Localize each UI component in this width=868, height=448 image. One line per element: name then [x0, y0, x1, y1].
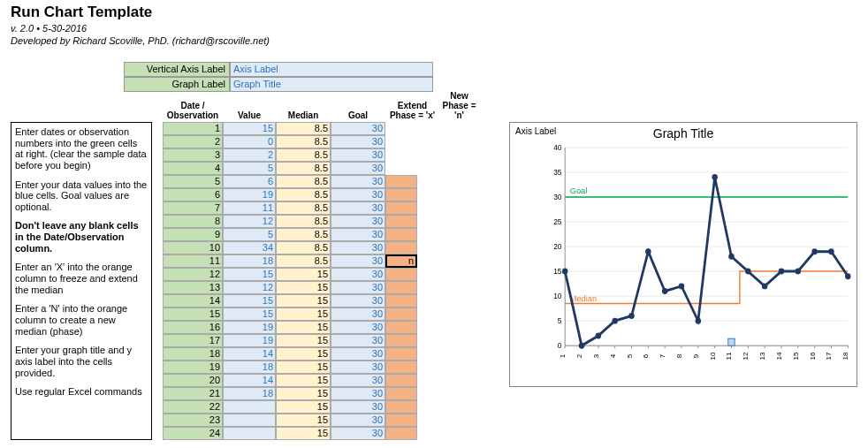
value-cell[interactable]: 14 — [223, 347, 276, 361]
value-cell[interactable]: 15 — [223, 294, 276, 308]
goal-cell[interactable]: 30 — [331, 414, 385, 427]
date-cell[interactable]: 15 — [163, 308, 223, 321]
table-row[interactable]: 7118.530 — [163, 201, 483, 215]
date-cell[interactable]: 12 — [163, 268, 223, 281]
phase-cell[interactable] — [385, 241, 417, 254]
value-cell[interactable]: 18 — [223, 387, 276, 400]
date-cell[interactable]: 11 — [163, 254, 223, 268]
table-row[interactable]: 1158.530 — [163, 122, 483, 135]
goal-cell[interactable]: 30 — [331, 294, 385, 308]
table-row[interactable]: 958.530 — [163, 228, 483, 241]
phase-cell[interactable] — [385, 321, 417, 334]
goal-cell[interactable]: 30 — [331, 175, 385, 188]
table-row[interactable]: 14151530 — [163, 294, 483, 308]
table-row[interactable]: 19181530 — [163, 361, 483, 374]
table-row[interactable]: 8128.530 — [163, 215, 483, 228]
value-cell[interactable]: 18 — [223, 361, 276, 374]
phase-cell[interactable] — [385, 215, 417, 228]
table-row[interactable]: 208.530 — [163, 135, 483, 148]
phase-cell[interactable] — [385, 201, 417, 215]
goal-cell[interactable]: 30 — [331, 374, 385, 387]
goal-cell[interactable]: 30 — [331, 268, 385, 281]
date-cell[interactable]: 17 — [163, 334, 223, 347]
value-cell[interactable] — [223, 427, 276, 440]
phase-cell[interactable] — [385, 414, 417, 427]
phase-cell[interactable]: n — [385, 254, 417, 268]
goal-cell[interactable]: 30 — [331, 387, 385, 400]
date-cell[interactable]: 14 — [163, 294, 223, 308]
date-cell[interactable]: 21 — [163, 387, 223, 400]
graph-label-input[interactable]: Graph Title — [230, 77, 433, 92]
phase-cell[interactable] — [385, 347, 417, 361]
table-row[interactable]: 10348.530 — [163, 241, 483, 254]
axis-label-input[interactable]: Axis Label — [230, 62, 433, 77]
value-cell[interactable]: 12 — [223, 281, 276, 294]
date-cell[interactable]: 22 — [163, 400, 223, 414]
phase-cell[interactable] — [385, 308, 417, 321]
date-cell[interactable]: 23 — [163, 414, 223, 427]
table-row[interactable]: 16191530 — [163, 321, 483, 334]
date-cell[interactable]: 16 — [163, 321, 223, 334]
value-cell[interactable]: 18 — [223, 254, 276, 268]
goal-cell[interactable]: 30 — [331, 361, 385, 374]
goal-cell[interactable]: 30 — [331, 281, 385, 294]
date-cell[interactable]: 9 — [163, 228, 223, 241]
table-row[interactable]: 21181530 — [163, 387, 483, 400]
goal-cell[interactable]: 30 — [331, 308, 385, 321]
goal-cell[interactable]: 30 — [331, 347, 385, 361]
value-cell[interactable]: 6 — [223, 175, 276, 188]
date-cell[interactable]: 10 — [163, 241, 223, 254]
date-cell[interactable]: 8 — [163, 215, 223, 228]
goal-cell[interactable]: 30 — [331, 228, 385, 241]
table-row[interactable]: 328.530 — [163, 148, 483, 162]
date-cell[interactable]: 6 — [163, 188, 223, 201]
table-row[interactable]: 12151530 — [163, 268, 483, 281]
date-cell[interactable]: 13 — [163, 281, 223, 294]
phase-cell[interactable] — [385, 387, 417, 400]
goal-cell[interactable]: 30 — [331, 122, 385, 135]
phase-cell[interactable] — [385, 294, 417, 308]
phase-cell[interactable] — [385, 281, 417, 294]
phase-cell[interactable] — [385, 175, 417, 188]
date-cell[interactable]: 20 — [163, 374, 223, 387]
goal-cell[interactable]: 30 — [331, 427, 385, 440]
table-row[interactable]: 6198.530 — [163, 188, 483, 201]
goal-cell[interactable]: 30 — [331, 135, 385, 148]
phase-cell[interactable] — [385, 228, 417, 241]
date-cell[interactable]: 18 — [163, 347, 223, 361]
phase-cell[interactable] — [385, 188, 417, 201]
date-cell[interactable]: 7 — [163, 201, 223, 215]
goal-cell[interactable]: 30 — [331, 148, 385, 162]
table-row[interactable]: 11188.530n — [163, 254, 483, 268]
goal-cell[interactable]: 30 — [331, 188, 385, 201]
table-row[interactable]: 13121530 — [163, 281, 483, 294]
date-cell[interactable]: 2 — [163, 135, 223, 148]
table-row[interactable]: 221530 — [163, 400, 483, 414]
table-row[interactable]: 241530 — [163, 427, 483, 440]
date-cell[interactable]: 4 — [163, 162, 223, 175]
value-cell[interactable]: 15 — [223, 268, 276, 281]
phase-cell[interactable] — [385, 400, 417, 414]
table-row[interactable]: 17191530 — [163, 334, 483, 347]
value-cell[interactable]: 2 — [223, 148, 276, 162]
value-cell[interactable]: 19 — [223, 334, 276, 347]
date-cell[interactable]: 24 — [163, 427, 223, 440]
table-row[interactable]: 15151530 — [163, 308, 483, 321]
phase-cell[interactable] — [385, 427, 417, 440]
value-cell[interactable]: 14 — [223, 374, 276, 387]
goal-cell[interactable]: 30 — [331, 321, 385, 334]
date-cell[interactable]: 5 — [163, 175, 223, 188]
value-cell[interactable]: 11 — [223, 201, 276, 215]
phase-cell[interactable] — [385, 361, 417, 374]
value-cell[interactable]: 19 — [223, 321, 276, 334]
goal-cell[interactable]: 30 — [331, 241, 385, 254]
phase-cell[interactable] — [385, 334, 417, 347]
date-cell[interactable]: 19 — [163, 361, 223, 374]
goal-cell[interactable]: 30 — [331, 400, 385, 414]
value-cell[interactable]: 34 — [223, 241, 276, 254]
date-cell[interactable]: 1 — [163, 122, 223, 135]
table-row[interactable]: 18141530 — [163, 347, 483, 361]
value-cell[interactable] — [223, 414, 276, 427]
goal-cell[interactable]: 30 — [331, 201, 385, 215]
value-cell[interactable]: 5 — [223, 228, 276, 241]
